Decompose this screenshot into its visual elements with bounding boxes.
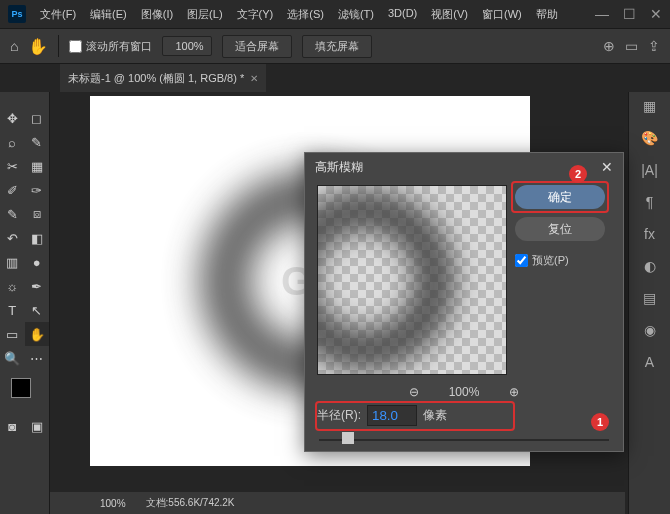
preview-area[interactable] (317, 185, 507, 375)
menu-file[interactable]: 文件(F) (36, 5, 80, 24)
healing-tool[interactable]: ✑ (25, 178, 50, 202)
move-tool[interactable]: ✥ (0, 106, 25, 130)
eraser-tool[interactable]: ◧ (25, 226, 50, 250)
optionbar-right: ⊕ ▭ ⇪ (603, 38, 660, 54)
scroll-all-label: 滚动所有窗口 (86, 39, 152, 54)
close-icon[interactable]: ✕ (650, 6, 662, 22)
share-icon[interactable]: ⇪ (648, 38, 660, 54)
quick-select-tool[interactable]: ✎ (25, 130, 50, 154)
glyphs-icon[interactable]: A (645, 354, 654, 370)
eyedropper-tool[interactable]: ✐ (0, 178, 25, 202)
preview-label: 预览(P) (532, 253, 569, 268)
shape-tool[interactable]: ▭ (0, 322, 25, 346)
clone-tool[interactable]: ⧇ (25, 202, 50, 226)
menu-view[interactable]: 视图(V) (427, 5, 472, 24)
character-icon[interactable]: |A| (641, 162, 658, 178)
tab-close-icon[interactable]: ✕ (250, 73, 258, 84)
marquee-tool[interactable]: ◻ (25, 106, 50, 130)
gaussian-blur-dialog: 高斯模糊 ✕ 确定 复位 预览(P) ⊖ 100% ⊕ 半径(R): 像素 ▲ … (304, 152, 624, 452)
dialog-title: 高斯模糊 (315, 159, 363, 176)
brush-tool[interactable]: ✎ (0, 202, 25, 226)
home-icon[interactable]: ⌂ (10, 38, 18, 54)
fit-screen-button[interactable]: 适合屏幕 (222, 35, 292, 58)
layers-icon[interactable]: ▤ (643, 290, 656, 306)
tab-title: 未标题-1 @ 100% (椭圆 1, RGB/8) * (68, 71, 244, 86)
right-panel: ▦ 🎨 |A| ¶ fx ◐ ▤ ◉ A (628, 92, 670, 514)
window-controls: — ☐ ✕ (595, 6, 662, 22)
menu-type[interactable]: 文字(Y) (233, 5, 278, 24)
crop-tool[interactable]: ✂ (0, 154, 25, 178)
ok-button[interactable]: 确定 (515, 185, 605, 209)
slider-thumb[interactable]: ▲ (342, 432, 354, 444)
document-tabs: 未标题-1 @ 100% (椭圆 1, RGB/8) * ✕ (0, 64, 670, 92)
radius-input[interactable] (367, 405, 417, 426)
preview-checkbox[interactable]: 预览(P) (515, 253, 605, 268)
zoom-tool[interactable]: 🔍 (0, 346, 25, 370)
slider-track (319, 439, 609, 441)
preview-check-input[interactable] (515, 254, 528, 267)
paragraph-icon[interactable]: ¶ (646, 194, 654, 210)
menu-edit[interactable]: 编辑(E) (86, 5, 131, 24)
edit-toolbar[interactable]: ⋯ (25, 346, 50, 370)
callout-1: 1 (591, 413, 609, 431)
histogram-icon[interactable]: ▦ (643, 98, 656, 114)
hand-tool-icon[interactable]: ✋ (28, 37, 48, 56)
main-menu: 文件(F) 编辑(E) 图像(I) 图层(L) 文字(Y) 选择(S) 滤镜(T… (36, 5, 562, 24)
screenmode-tool[interactable]: ▣ (25, 414, 50, 438)
separator (58, 35, 59, 57)
fill-screen-button[interactable]: 填充屏幕 (302, 35, 372, 58)
menu-window[interactable]: 窗口(W) (478, 5, 526, 24)
radius-unit: 像素 (423, 407, 447, 424)
menu-layer[interactable]: 图层(L) (183, 5, 226, 24)
search-icon[interactable]: ⊕ (603, 38, 615, 54)
history-brush-tool[interactable]: ↶ (0, 226, 25, 250)
lasso-tool[interactable]: ⌕ (0, 130, 25, 154)
color-icon[interactable]: 🎨 (641, 130, 658, 146)
menu-select[interactable]: 选择(S) (283, 5, 328, 24)
preview-zoom: 100% (449, 385, 480, 399)
channels-icon[interactable]: ◉ (644, 322, 656, 338)
menu-3d[interactable]: 3D(D) (384, 5, 421, 24)
dialog-close-icon[interactable]: ✕ (601, 159, 613, 175)
reset-button[interactable]: 复位 (515, 217, 605, 241)
dodge-tool[interactable]: ☼ (0, 274, 25, 298)
doc-info[interactable]: 文档:556.6K/742.2K (146, 496, 235, 510)
blur-tool[interactable]: ● (25, 250, 50, 274)
preview-ring (317, 190, 455, 370)
zoom-out-icon[interactable]: ⊖ (409, 385, 419, 399)
scroll-all-checkbox[interactable]: 滚动所有窗口 (69, 39, 152, 54)
scroll-all-input[interactable] (69, 40, 82, 53)
zoom-status[interactable]: 100% (100, 498, 126, 509)
menu-image[interactable]: 图像(I) (137, 5, 177, 24)
menu-filter[interactable]: 滤镜(T) (334, 5, 378, 24)
pen-tool[interactable]: ✒ (25, 274, 50, 298)
menu-help[interactable]: 帮助 (532, 5, 562, 24)
foreground-color[interactable] (11, 378, 31, 398)
callout-2: 2 (569, 165, 587, 183)
color-swatch[interactable] (11, 378, 39, 406)
status-bar: 100% 文档:556.6K/742.2K (50, 492, 625, 514)
adjustments-icon[interactable]: ◐ (644, 258, 656, 274)
radius-label: 半径(R): (317, 407, 361, 424)
toolbox: ✥ ◻ ⌕ ✎ ✂ ▦ ✐ ✑ ✎ ⧇ ↶ ◧ ▥ ● ☼ ✒ T ↖ ▭ ✋ … (0, 92, 50, 514)
radius-row: 半径(R): 像素 (305, 399, 623, 432)
options-bar: ⌂ ✋ 滚动所有窗口 100% 适合屏幕 填充屏幕 ⊕ ▭ ⇪ (0, 28, 670, 64)
zoom-in-icon[interactable]: ⊕ (509, 385, 519, 399)
app-logo: Ps (8, 5, 26, 23)
quickmask-tool[interactable]: ◙ (0, 414, 25, 438)
styles-icon[interactable]: fx (644, 226, 655, 242)
zoom-value[interactable]: 100% (162, 36, 212, 56)
maximize-icon[interactable]: ☐ (623, 6, 636, 22)
minimize-icon[interactable]: — (595, 6, 609, 22)
preview-zoom-row: ⊖ 100% ⊕ (305, 385, 623, 399)
type-tool[interactable]: T (0, 298, 25, 322)
path-select-tool[interactable]: ↖ (25, 298, 50, 322)
workspace-icon[interactable]: ▭ (625, 38, 638, 54)
gradient-tool[interactable]: ▥ (0, 250, 25, 274)
document-tab[interactable]: 未标题-1 @ 100% (椭圆 1, RGB/8) * ✕ (60, 64, 266, 92)
titlebar: Ps 文件(F) 编辑(E) 图像(I) 图层(L) 文字(Y) 选择(S) 滤… (0, 0, 670, 28)
radius-slider[interactable]: ▲ (319, 432, 609, 446)
hand-tool[interactable]: ✋ (25, 322, 50, 346)
frame-tool[interactable]: ▦ (25, 154, 50, 178)
